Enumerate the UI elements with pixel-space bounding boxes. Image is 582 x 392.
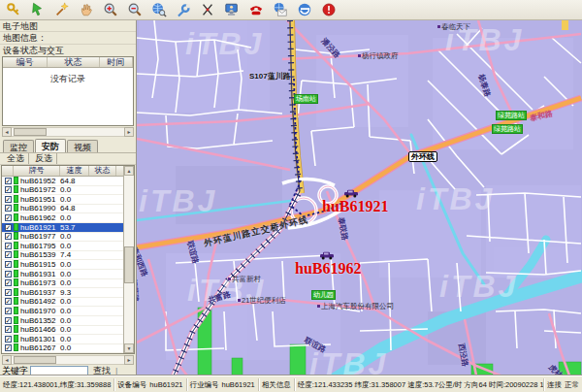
button-反选[interactable]: 反选 bbox=[31, 153, 57, 164]
speed-value: 0.0 bbox=[60, 185, 89, 194]
plate-number: huB61962 bbox=[20, 213, 55, 222]
toolbar bbox=[0, 0, 582, 20]
table-row[interactable]: ✓huB619510.0 bbox=[2, 195, 134, 205]
row-checkbox[interactable]: ✓ bbox=[5, 243, 12, 249]
map-label: S107蕰川路 bbox=[249, 71, 291, 82]
row-checkbox[interactable]: ✓ bbox=[5, 344, 12, 351]
row-checkbox[interactable]: ✓ bbox=[5, 298, 12, 305]
vehicle-car-icon[interactable] bbox=[319, 251, 335, 260]
table-row[interactable]: ✓huB6195264.8 bbox=[2, 177, 134, 186]
speed-value: 0.0 bbox=[60, 270, 89, 278]
tab-安防[interactable]: 安防 bbox=[35, 139, 66, 152]
scroll-down-icon[interactable]: ▼ bbox=[124, 343, 134, 353]
key-button[interactable] bbox=[4, 1, 23, 18]
row-checkbox[interactable]: ✓ bbox=[5, 326, 12, 333]
hand-pan-icon bbox=[79, 2, 94, 17]
row-checkbox[interactable]: ✓ bbox=[5, 317, 12, 324]
row-checkbox[interactable]: ✓ bbox=[5, 224, 12, 231]
info-button[interactable] bbox=[319, 1, 339, 18]
phone-button[interactable] bbox=[246, 1, 266, 18]
device-col-header[interactable]: 状态 bbox=[48, 57, 100, 67]
scroll-left-icon[interactable]: ◄ bbox=[2, 127, 12, 137]
hand-pan-button[interactable] bbox=[77, 1, 96, 18]
scroll-right-icon[interactable]: ► bbox=[124, 355, 134, 365]
message-button[interactable] bbox=[271, 1, 290, 18]
tab-视频[interactable]: 视频 bbox=[67, 140, 98, 152]
map-label: 绿苑路站 bbox=[492, 124, 523, 134]
status-indicator bbox=[14, 204, 18, 212]
table-row[interactable]: ✓huB619379.3 bbox=[2, 288, 134, 298]
button-全选[interactable]: 全选 bbox=[3, 153, 29, 164]
row-checkbox[interactable]: ✓ bbox=[5, 214, 12, 221]
status-indicator bbox=[14, 316, 18, 324]
zoom-out-button[interactable] bbox=[125, 1, 145, 18]
table-row[interactable]: ✓huB619730.0 bbox=[2, 279, 134, 289]
map-canvas[interactable]: iTBJiTBJiTBJiTBJiTBJiTBJiTBJ S107蕰川路潘泾路春… bbox=[137, 20, 582, 376]
speed-value: 0.0 bbox=[60, 297, 89, 306]
full-extent-button[interactable] bbox=[149, 1, 169, 18]
scroll-thumb[interactable] bbox=[14, 128, 47, 136]
device-table-hscrollbar[interactable]: ◄ ► bbox=[2, 127, 134, 137]
vehicle-map-label[interactable]: huB61962 bbox=[295, 261, 361, 277]
row-checkbox[interactable]: ✓ bbox=[5, 196, 12, 203]
table-row[interactable]: ✓huB614920.0 bbox=[2, 298, 134, 308]
browser-button[interactable] bbox=[295, 1, 314, 18]
row-checkbox[interactable]: ✓ bbox=[5, 178, 12, 184]
table-row[interactable]: ✓huB619150.0 bbox=[2, 260, 134, 270]
vehicle-table-hscrollbar[interactable]: ◄ ► bbox=[2, 355, 134, 365]
row-checkbox[interactable]: ✓ bbox=[5, 271, 12, 278]
device-col-header[interactable]: 时间 bbox=[100, 57, 133, 67]
table-row[interactable]: ✓huB6199064.8 bbox=[2, 205, 134, 214]
speed-value: 9.3 bbox=[60, 288, 89, 297]
table-row[interactable]: ✓huB613010.0 bbox=[2, 335, 134, 344]
magic-wand-button[interactable] bbox=[52, 1, 72, 18]
vehicle-col-header[interactable]: 速度 bbox=[60, 166, 89, 176]
scroll-thumb[interactable] bbox=[124, 246, 134, 283]
table-row[interactable]: ✓huB619720.0 bbox=[2, 186, 134, 196]
plate-number: huB61267 bbox=[20, 343, 55, 352]
scroll-left-icon[interactable]: ◄ bbox=[2, 355, 12, 365]
device-col-header[interactable]: 编号 bbox=[3, 57, 48, 67]
table-row[interactable]: ✓huB619310.0 bbox=[2, 270, 134, 279]
table-row[interactable]: ✓huB619770.0 bbox=[2, 233, 134, 243]
vehicle-col-header[interactable]: 状态 bbox=[89, 166, 116, 176]
row-checkbox[interactable]: ✓ bbox=[5, 251, 12, 258]
phone-icon bbox=[248, 2, 264, 17]
row-checkbox[interactable]: ✓ bbox=[5, 186, 12, 193]
tab-监控[interactable]: 监控 bbox=[3, 140, 34, 152]
table-row[interactable]: ✓huB612670.0 bbox=[2, 344, 134, 354]
table-row[interactable]: ✓huB619620.0 bbox=[2, 213, 134, 223]
row-checkbox[interactable]: ✓ bbox=[5, 289, 12, 296]
speed-value: 0.0 bbox=[60, 213, 89, 222]
table-row[interactable]: ✓huB617950.0 bbox=[2, 242, 134, 251]
row-checkbox[interactable]: ✓ bbox=[5, 261, 12, 268]
row-checkbox[interactable]: ✓ bbox=[5, 279, 12, 286]
vehicle-car-icon[interactable] bbox=[343, 189, 359, 198]
related-info-label: 相关信息 bbox=[259, 378, 295, 391]
scroll-right-icon[interactable]: ► bbox=[124, 127, 134, 137]
select-arrow-button[interactable] bbox=[28, 1, 48, 18]
zoom-in-button[interactable] bbox=[101, 1, 120, 18]
scroll-thumb[interactable] bbox=[14, 356, 56, 364]
scroll-up-icon[interactable]: ▲ bbox=[124, 166, 134, 176]
row-checkbox[interactable]: ✓ bbox=[5, 308, 12, 314]
table-row[interactable]: ✓huB613520.0 bbox=[2, 316, 134, 326]
table-row[interactable]: ✓huB615397.4 bbox=[2, 251, 134, 261]
connection-label: 连接 bbox=[547, 380, 562, 389]
row-checkbox[interactable]: ✓ bbox=[5, 233, 12, 240]
vehicle-table-vscrollbar[interactable]: ▲ ▼ bbox=[123, 166, 134, 353]
table-row[interactable]: ✓huB6192153.7 bbox=[2, 223, 134, 233]
vehicle-map-label[interactable]: huB61921 bbox=[322, 199, 388, 214]
row-checkbox[interactable]: ✓ bbox=[5, 205, 12, 212]
measure-button[interactable] bbox=[198, 1, 217, 18]
tools-button[interactable] bbox=[174, 1, 193, 18]
speed-value: 0.0 bbox=[60, 278, 89, 287]
sidebar: 电子地图 地图信息： 设备状态与交互 编号状态时间 没有记录 ◄ ► 监控安防视… bbox=[0, 20, 137, 376]
sidebar-tabs: 监控安防视频 bbox=[0, 139, 136, 153]
row-checkbox[interactable]: ✓ bbox=[5, 336, 12, 343]
device-id-label: 设备编号 bbox=[117, 380, 146, 389]
monitor-button[interactable] bbox=[222, 1, 242, 18]
vehicle-col-header[interactable]: 牌号 bbox=[14, 166, 60, 176]
table-row[interactable]: ✓huB619700.0 bbox=[2, 307, 134, 316]
table-row[interactable]: ✓huB614660.0 bbox=[2, 326, 134, 336]
